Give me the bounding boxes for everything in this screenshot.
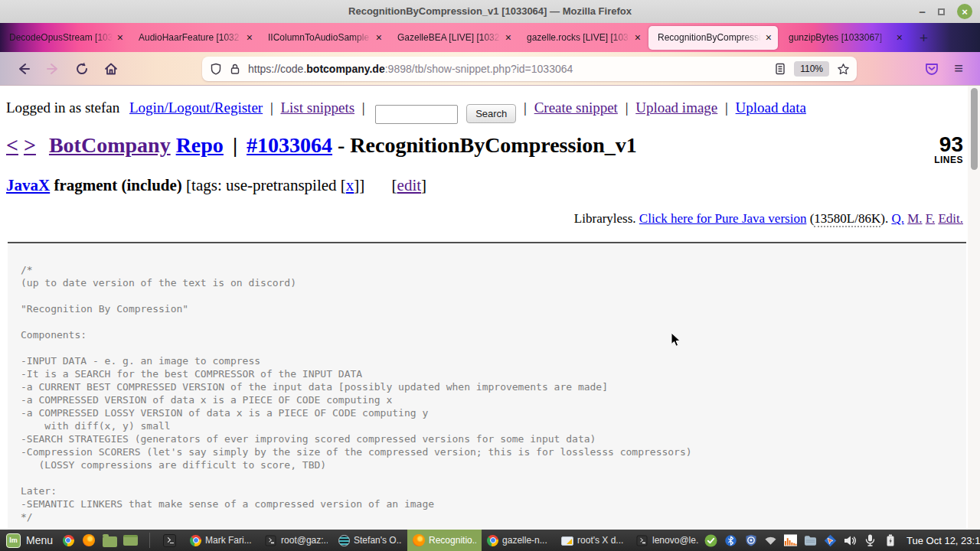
snippet-meta: JavaX fragment (include) [tags: use-pret…	[6, 176, 426, 195]
new-tab-button[interactable]: +	[920, 31, 928, 45]
terminal-launcher-icon[interactable]	[162, 533, 177, 548]
lock-icon[interactable]	[229, 63, 241, 75]
tab-close-icon[interactable]: ×	[635, 32, 641, 43]
back-icon[interactable]	[16, 61, 31, 77]
window-button-root-gaz[interactable]: root@gaz:...	[259, 530, 333, 551]
forward-icon[interactable]	[45, 61, 60, 77]
window-button-stefans-os[interactable]: Stefan's O...	[333, 530, 407, 551]
create-snippet-link[interactable]: Create snippet	[534, 99, 618, 116]
tab-iicolumntoaudiosample[interactable]: IIColumnToAudioSample ×	[259, 23, 388, 52]
window-button-label: lenovo@le...	[652, 535, 699, 546]
m-link[interactable]: M.	[907, 211, 922, 226]
tab-close-icon[interactable]: ×	[505, 32, 511, 43]
chrome-launcher-icon[interactable]	[60, 533, 76, 548]
firewall-shield-icon[interactable]	[744, 534, 757, 547]
tab-close-icon[interactable]: ×	[766, 32, 772, 43]
files-launcher-icon[interactable]	[102, 533, 117, 548]
tab-close-icon[interactable]: ×	[247, 32, 253, 43]
window-button-label: Stefan's O...	[354, 535, 402, 546]
upload-data-link[interactable]: Upload data	[736, 99, 806, 116]
scrollbar-thumb[interactable]	[971, 88, 978, 170]
microphone-icon[interactable]	[864, 534, 877, 547]
battery-icon[interactable]	[884, 534, 897, 547]
reader-view-icon[interactable]	[774, 63, 786, 75]
upload-image-link[interactable]: Upload image	[635, 99, 717, 116]
tab-close-icon[interactable]: ×	[376, 32, 382, 43]
tab-gazelle-rocks[interactable]: gazelle.rocks [LIVE] [1031 ×	[518, 23, 647, 52]
javax-link[interactable]: JavaX	[6, 176, 50, 194]
window-button-mark[interactable]: Mark Fari...	[185, 530, 259, 551]
reload-icon[interactable]	[74, 61, 90, 77]
login-logout-register-link[interactable]: Login/Logout/Register	[129, 99, 263, 116]
next-snippet-link[interactable]: >	[24, 133, 36, 157]
firefox-launcher-icon[interactable]	[81, 533, 96, 548]
menu-label: Menu	[26, 534, 53, 546]
wifi-icon[interactable]	[764, 534, 777, 547]
window-button-gazelle[interactable]: gazelle-n...	[482, 530, 556, 551]
tab-audiohaarfeature[interactable]: AudioHaarFeature [1032 ×	[129, 23, 259, 52]
window-controls: − ×	[919, 0, 972, 23]
url-text[interactable]: https://code.botcompany.de:9898/tb/show-…	[248, 63, 774, 75]
lines-badge: 93 LINES	[934, 135, 963, 165]
repo-link[interactable]: Repo	[176, 133, 224, 157]
tab-gazellebea[interactable]: GazelleBEA [LIVE] [10327 ×	[388, 23, 518, 52]
taskbar: lm Menu Mark Fari... root@gaz:... Stefan…	[0, 530, 980, 551]
tab-close-icon[interactable]: ×	[117, 32, 123, 43]
tab-recognitionbycompression-active[interactable]: RecognitionByCompressi ×	[648, 26, 778, 50]
zoom-level-badge[interactable]: 110%	[794, 61, 829, 77]
tab-close-icon[interactable]: ×	[897, 32, 903, 43]
tab-label: GazelleBEA [LIVE] [10327	[397, 32, 501, 43]
edit-snippet-link[interactable]: Edit.	[938, 211, 963, 226]
bluetooth-icon[interactable]	[724, 534, 737, 547]
pure-java-link[interactable]: Click here for Pure Java version	[639, 211, 807, 226]
menu-hamburger-icon[interactable]: ≡	[954, 60, 963, 77]
search-input[interactable]	[375, 105, 458, 124]
window-button-recognition-active[interactable]: Recognitio...	[407, 530, 482, 551]
url-path: :9898/tb/show-snippet.php?id=1033064	[385, 63, 573, 75]
pocket-icon[interactable]	[924, 61, 939, 77]
f-link[interactable]: F.	[926, 211, 935, 226]
bookmark-star-icon[interactable]	[837, 63, 849, 75]
volume-icon[interactable]	[844, 534, 857, 547]
navigation-toolbar: https://code.botcompany.de:9898/tb/show-…	[0, 52, 980, 86]
q-link[interactable]: Q.	[891, 211, 904, 226]
pipe: |	[233, 133, 237, 157]
separator: |	[524, 99, 527, 116]
restore-button[interactable]	[938, 8, 945, 15]
start-menu-button[interactable]: lm Menu	[0, 530, 60, 551]
taskbar-clock[interactable]: Tue Oct 12, 23:12	[906, 535, 980, 546]
search-button[interactable]: Search	[466, 104, 516, 123]
vertical-scrollbar[interactable]	[968, 86, 980, 530]
close-window-button[interactable]: ×	[957, 4, 972, 19]
separator: |	[626, 99, 629, 116]
list-snippets-link[interactable]: List snippets	[280, 99, 354, 116]
home-icon[interactable]	[103, 61, 119, 77]
screen: { "icons": { "close_glyph": "×", "minimi…	[0, 0, 980, 551]
url-bar[interactable]: https://code.botcompany.de:9898/tb/show-…	[202, 57, 857, 81]
snippet-id-link[interactable]: #1033064	[247, 133, 332, 157]
botcompany-link[interactable]: BotCompany	[49, 133, 171, 157]
window-button-roots-x[interactable]: root's X d...	[556, 530, 630, 551]
edit-link[interactable]: edit	[397, 176, 422, 194]
libraryless-text: Libraryless.	[574, 211, 636, 226]
update-ok-icon[interactable]	[704, 534, 717, 547]
terminal-icon	[266, 535, 276, 546]
desktop-launcher-icon[interactable]	[122, 533, 138, 548]
url-subdomain: code.	[280, 63, 306, 75]
tab-gunzipbytes[interactable]: gunzipBytes [1033067] ×	[779, 23, 909, 52]
system-monitor-icon[interactable]	[784, 534, 797, 547]
shared-folder-icon[interactable]	[804, 534, 817, 547]
tab-decodeopusstream[interactable]: DecodeOpusStream [103 ×	[0, 23, 129, 52]
folder-arrow-icon	[561, 536, 573, 546]
shield-icon[interactable]	[210, 63, 222, 75]
mint-logo-icon: lm	[6, 533, 21, 548]
tab-label: IIColumnToAudioSample	[268, 32, 371, 43]
window-button-lenovo[interactable]: lenovo@le...	[630, 530, 704, 551]
prev-snippet-link[interactable]: <	[6, 133, 18, 157]
size-text: 13580L/86K	[814, 211, 880, 227]
tab-label: RecognitionByCompressi	[658, 32, 761, 43]
tab-label: gazelle.rocks [LIVE] [1031	[527, 32, 630, 43]
remove-tag-link[interactable]: x	[346, 176, 354, 194]
minimize-button[interactable]: −	[919, 6, 926, 18]
x2go-app-icon[interactable]	[824, 534, 837, 547]
